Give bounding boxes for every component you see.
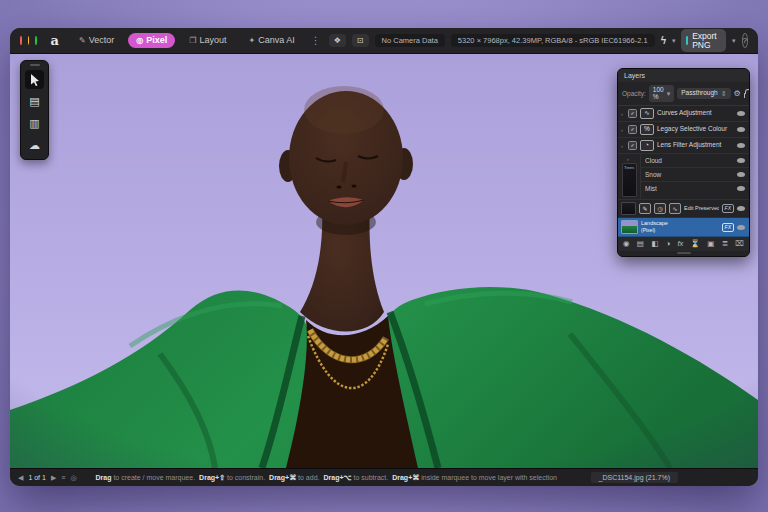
opacity-label: Opacity:: [622, 90, 646, 97]
history-clock-icon: ◷: [654, 203, 666, 214]
brush-icon: ✎: [639, 203, 651, 214]
titlebar: a ✎ Vector ◎ Pixel ❐ Layout ✦ Canva AI ⋮…: [10, 28, 758, 54]
selective-colour-icon: %: [640, 124, 654, 135]
palette-grip[interactable]: [30, 64, 40, 66]
tab-pixel[interactable]: ◎ Pixel: [128, 33, 175, 48]
panel-resize-grip[interactable]: [618, 251, 749, 256]
layer-name: Edit Preserved: [684, 206, 719, 212]
blend-stepper-icon: ⇕: [721, 90, 727, 97]
layer-row-edit-preserved[interactable]: ✎ ◷ ∿ Edit Preserved FX: [618, 200, 749, 218]
tab-layout[interactable]: ❐ Layout: [181, 33, 234, 48]
pixel-circle-icon: ◎: [136, 37, 143, 45]
new-group-icon[interactable]: ▤: [637, 240, 644, 248]
layer-name: Curves Adjustment: [657, 110, 734, 117]
layer-name: Mist: [645, 185, 734, 192]
grid-warp-tool[interactable]: ▥: [25, 114, 44, 133]
fx-badge[interactable]: FX: [722, 204, 734, 213]
affinity-logo: a: [51, 34, 59, 47]
visibility-eye-icon[interactable]: [737, 158, 745, 163]
layer-group-trees: › Trees Cloud Snow Mist: [618, 154, 749, 200]
next-page-icon[interactable]: ▶: [51, 474, 56, 481]
layer-name: Landscape: [641, 221, 719, 227]
visibility-eye-icon[interactable]: [737, 143, 745, 148]
camera-status: No Camera Data: [375, 34, 445, 48]
tab-layout-label: Layout: [199, 36, 226, 45]
close-window-button[interactable]: [20, 36, 22, 45]
tab-canva-ai[interactable]: ✦ Canva AI: [240, 33, 302, 48]
layer-checkbox[interactable]: ✓: [628, 109, 637, 118]
tab-pixel-label: Pixel: [146, 36, 167, 45]
visibility-eye-icon[interactable]: [737, 127, 745, 132]
tab-canva-ai-label: Canva AI: [258, 36, 295, 45]
snapshot-icon[interactable]: ◎: [70, 474, 76, 481]
cloud-brush-tool[interactable]: ☁: [25, 136, 44, 155]
chevron-right-icon[interactable]: ›: [621, 111, 625, 117]
chevron-right-icon[interactable]: ›: [621, 143, 625, 149]
tab-vector[interactable]: ✎ Vector: [71, 33, 122, 48]
layer-name: Lens Filter Adjustment: [657, 142, 734, 149]
layer-thumbnail[interactable]: [621, 220, 638, 234]
layer-checkbox[interactable]: ✓: [628, 125, 637, 134]
help-button[interactable]: ?: [742, 33, 748, 48]
move-tool[interactable]: [25, 70, 44, 89]
mask-layer-icon[interactable]: ◧: [651, 240, 658, 248]
lock-icon[interactable]: [744, 93, 745, 98]
live-filter-icon[interactable]: ⌛: [691, 240, 700, 248]
affinity-window: a ✎ Vector ◎ Pixel ❐ Layout ✦ Canva AI ⋮…: [10, 28, 758, 486]
chevron-down-icon[interactable]: ›: [627, 156, 631, 162]
chevron-right-icon[interactable]: ›: [621, 127, 625, 133]
curves-icon: ∿: [640, 108, 654, 119]
layer-name: Snow: [645, 171, 734, 178]
layer-thumbnail[interactable]: [621, 202, 636, 215]
marquee-tool[interactable]: ▤: [25, 92, 44, 111]
layer-row-selective-colour[interactable]: › ✓ % Legacy Selective Colour: [618, 122, 749, 138]
tools-palette: ▤ ▥ ☁: [20, 60, 49, 160]
status-bar: ◀ 1 of 1 ▶ ≡ ◎ Drag to create / move mar…: [10, 468, 758, 486]
hardware-acceleration-icon[interactable]: ϟ: [661, 35, 666, 46]
lens-filter-icon: ◔: [640, 140, 654, 151]
layer-row-lens-filter[interactable]: › ✓ ◔ Lens Filter Adjustment: [618, 138, 749, 154]
blend-mode-dropdown[interactable]: Passthrough ⇕: [677, 88, 730, 99]
edit-all-layers-icon[interactable]: ◉: [623, 240, 630, 248]
layer-effects-icon[interactable]: fx: [677, 240, 683, 248]
layer-row-landscape-selected[interactable]: Landscape (Pixel) FX: [618, 218, 749, 237]
zoom-window-button[interactable]: [35, 36, 37, 45]
layers-panel-title[interactable]: Layers: [618, 69, 749, 82]
assistant-icon[interactable]: ❖: [329, 34, 346, 48]
performance-caret-icon[interactable]: ▾: [672, 37, 676, 45]
layers-footer-toolbar: ◉ ▤ ◧ ◑ fx ⌛ ▣ ≣ ⌧: [618, 237, 749, 251]
grid-warp-icon: ▥: [29, 118, 39, 129]
group-thumbnail[interactable]: Trees: [622, 163, 637, 197]
previous-page-icon[interactable]: ◀: [18, 474, 23, 481]
visibility-eye-icon[interactable]: [737, 225, 745, 230]
layer-row-mist[interactable]: Mist: [641, 182, 749, 195]
export-caret-icon[interactable]: ▾: [732, 37, 736, 45]
visibility-eye-icon[interactable]: [737, 111, 745, 116]
fx-badge[interactable]: FX: [722, 223, 734, 232]
cloud-icon: ☁: [29, 140, 40, 151]
pages-list-icon[interactable]: ≡: [61, 474, 65, 481]
duplicate-layer-icon[interactable]: ▣: [707, 240, 714, 248]
snapping-icon[interactable]: ⊡: [352, 34, 369, 48]
merge-layers-icon[interactable]: ≣: [722, 240, 728, 248]
opacity-value: 100 %: [653, 87, 664, 100]
visibility-eye-icon[interactable]: [737, 206, 745, 211]
opacity-caret-icon: ▾: [667, 90, 671, 97]
opacity-dropdown[interactable]: 100 % ▾: [649, 85, 674, 102]
adjustment-layer-icon[interactable]: ◑: [666, 240, 671, 248]
layer-checkbox[interactable]: ✓: [628, 141, 637, 150]
gear-icon[interactable]: ⚙: [734, 90, 741, 98]
layers-controls-row: Opacity: 100 % ▾ Passthrough ⇕ ⚙: [618, 82, 749, 106]
layer-row-cloud[interactable]: Cloud: [641, 154, 749, 168]
group-thumb-label: Trees: [624, 165, 634, 170]
layer-row-curves[interactable]: › ✓ ∿ Curves Adjustment: [618, 106, 749, 122]
sparkle-icon: ✦: [248, 37, 255, 45]
overflow-menu-icon[interactable]: ⋮: [309, 35, 323, 46]
export-png-button[interactable]: Export PNG: [681, 29, 726, 52]
layer-row-snow[interactable]: Snow: [641, 168, 749, 182]
visibility-eye-icon[interactable]: [737, 172, 745, 177]
visibility-eye-icon[interactable]: [737, 186, 745, 191]
delete-layer-icon[interactable]: ⌧: [735, 240, 744, 248]
page-indicator: 1 of 1: [28, 474, 46, 481]
minimize-window-button[interactable]: [28, 36, 30, 45]
